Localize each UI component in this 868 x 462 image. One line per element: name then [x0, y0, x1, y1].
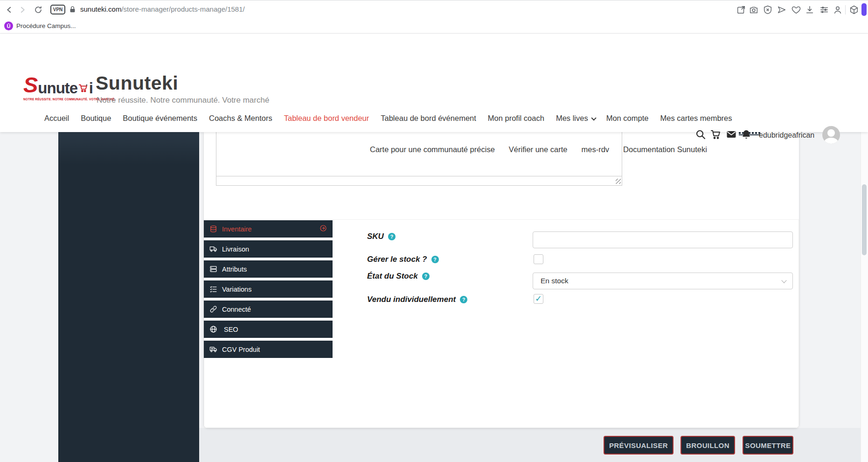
shield-x-icon[interactable]: [763, 5, 773, 15]
help-icon[interactable]: ?: [388, 233, 396, 240]
nav-mes-lives[interactable]: Mes lives: [556, 114, 595, 123]
help-icon[interactable]: ?: [460, 296, 467, 303]
tab-label: Connecté: [222, 306, 251, 313]
editor-statusbar: [216, 176, 622, 186]
search-icon[interactable]: [695, 129, 706, 140]
settings-sliders-icon[interactable]: [819, 5, 829, 15]
nav-mon-profil-coach[interactable]: Mon profil coach: [488, 114, 544, 123]
tab-cgv-produit[interactable]: CGV Produit: [204, 341, 333, 358]
share-edit-icon[interactable]: [736, 5, 746, 15]
lock-icon[interactable]: [69, 6, 76, 15]
list-check-icon: [209, 285, 217, 293]
globe-icon: [209, 325, 217, 333]
store-manager-sidebar: [58, 132, 199, 462]
url-path: /store-manager/products-manage/1581/: [121, 5, 244, 13]
site-logo[interactable]: Sunute i NOTRE RÉUSSITE. NOTRE COMMUNAUT…: [23, 74, 93, 101]
sold-individually-checkbox[interactable]: ✓: [534, 294, 543, 304]
sold-individually-label-row: Vendu individuellement ?: [367, 295, 467, 304]
url-domain: sunuteki.com: [80, 5, 121, 13]
site-title: Sunuteki: [96, 72, 178, 94]
soumettre-button[interactable]: SOUMETTRE: [743, 436, 793, 455]
manage-stock-label-row: Gérer le stock ? ?: [367, 255, 439, 264]
nav-verifier-carte[interactable]: Vérifier une carte: [509, 145, 568, 154]
tab-label: Attributs: [222, 266, 247, 273]
nav-mes-lives-label: Mes lives: [556, 114, 588, 122]
back-icon[interactable]: [5, 5, 14, 14]
extension-cube-icon[interactable]: [849, 5, 859, 15]
manage-stock-checkbox[interactable]: [534, 254, 543, 264]
tab-label: SEO: [224, 326, 238, 333]
camera-icon[interactable]: [749, 5, 759, 15]
tab-livraison[interactable]: Livraison: [204, 240, 333, 258]
nav-tableau-evenement[interactable]: Tableau de bord événement: [381, 114, 476, 123]
sku-input[interactable]: [533, 231, 793, 248]
send-icon[interactable]: [777, 5, 787, 15]
help-icon[interactable]: ?: [422, 273, 430, 280]
toolbar-divider: [845, 5, 846, 14]
avatar[interactable]: [822, 126, 840, 144]
nav-coachs-mentors[interactable]: Coachs & Mentors: [209, 114, 272, 123]
description-textarea[interactable]: [216, 132, 622, 176]
arrow-circle-icon: [319, 224, 327, 233]
cart-logo-icon: [78, 83, 89, 97]
site-header: Sunute i NOTRE RÉUSSITE. NOTRE COMMUNAUT…: [0, 34, 868, 132]
logo-letter-i: i: [89, 80, 93, 96]
nav-carte-communaute[interactable]: Carte pour une communauté précise: [370, 145, 495, 154]
nav-tableau-vendeur[interactable]: Tableau de bord vendeur: [284, 114, 369, 123]
browser-toolbar: VPN sunuteki.com/store-manager/products-…: [0, 0, 868, 19]
tab-label: Inventaire: [222, 225, 252, 233]
primary-nav: Accueil Boutique Boutique événements Coa…: [44, 114, 732, 123]
help-icon[interactable]: ?: [431, 256, 439, 263]
bookmark-item[interactable]: Procédure Campus...: [16, 22, 76, 29]
nav-boutique[interactable]: Boutique: [81, 114, 111, 123]
vpn-extension-badge[interactable]: VPN: [50, 5, 65, 14]
refresh-icon[interactable]: [34, 5, 43, 14]
forward-icon[interactable]: [18, 5, 27, 14]
brouillon-button[interactable]: BROUILLON: [681, 436, 735, 455]
stock-status-select[interactable]: En stock: [533, 273, 793, 289]
site-subtitle: Notre réussite. Notre communauté. Votre …: [97, 96, 269, 105]
scrollbar-thumb[interactable]: [862, 184, 867, 255]
resize-grip-icon[interactable]: [616, 179, 621, 184]
logo-tagline: NOTRE RÉUSSITE. NOTRE COMMUNAUTÉ. VOTRE …: [23, 98, 93, 101]
manage-stock-label: Gérer le stock ?: [367, 255, 427, 264]
sku-label: SKU: [367, 232, 384, 241]
truck-plus-icon: [209, 345, 217, 353]
download-icon[interactable]: [805, 5, 815, 15]
product-data-tabs: Inventaire Livraison Attributs Variation…: [204, 220, 333, 358]
check-icon: ✓: [535, 294, 542, 303]
chevron-down-icon: [781, 278, 786, 283]
tab-attributs[interactable]: Attributs: [204, 260, 333, 278]
cart-icon[interactable]: [710, 129, 721, 140]
nav-boutique-evenements[interactable]: Boutique événements: [123, 114, 197, 123]
nav-mes-cartes-membres[interactable]: Mes cartes membres: [660, 114, 732, 123]
previsualiser-button[interactable]: PRÉVISUALISER: [604, 436, 674, 455]
logo-letter-s: S: [23, 74, 38, 96]
heart-icon[interactable]: [791, 5, 801, 15]
username-link[interactable]: edubridgeafrican: [759, 131, 814, 140]
mail-icon[interactable]: [726, 129, 737, 140]
side-panel-pill[interactable]: [861, 3, 867, 16]
server-icon: [209, 265, 217, 273]
sku-label-row: SKU ?: [367, 232, 396, 241]
tab-inventaire[interactable]: Inventaire: [204, 220, 333, 238]
stock-status-label-row: État du Stock ?: [367, 272, 430, 281]
tab-seo[interactable]: SEO: [204, 321, 333, 338]
nav-mes-rdv[interactable]: mes-rdv: [581, 145, 609, 154]
tab-variations[interactable]: Variations: [204, 280, 333, 298]
nav-accueil[interactable]: Accueil: [44, 114, 69, 123]
nav-mon-compte[interactable]: Mon compte: [606, 114, 649, 123]
bell-icon[interactable]: [741, 129, 752, 140]
stock-status-value: En stock: [541, 277, 568, 285]
profile-icon[interactable]: [833, 5, 843, 15]
avatar-head: [827, 129, 835, 137]
nav-documentation[interactable]: Documentation Sunuteki: [623, 145, 707, 154]
tab-label: Variations: [222, 286, 251, 293]
secondary-nav: Carte pour une communauté précise Vérifi…: [370, 145, 707, 154]
tab-connecte[interactable]: Connecté: [204, 301, 333, 318]
stock-status-label: État du Stock: [367, 272, 418, 281]
url-bar[interactable]: sunuteki.com/store-manager/products-mana…: [80, 5, 245, 13]
sold-individually-label: Vendu individuellement: [367, 295, 456, 304]
logo-word: unute: [38, 80, 77, 96]
tab-label: CGV Produit: [222, 346, 260, 353]
